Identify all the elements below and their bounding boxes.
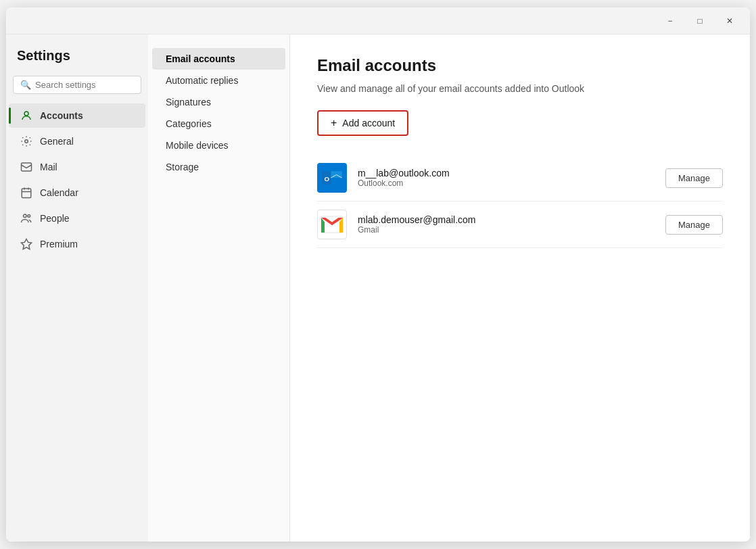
- settings-window: − □ ✕ Settings 🔍 Accounts: [6, 7, 750, 542]
- premium-icon: [20, 237, 33, 251]
- sidebar-item-calendar-label: Calendar: [40, 187, 78, 198]
- minimize-button[interactable]: −: [655, 10, 685, 32]
- svg-point-0: [24, 112, 28, 116]
- general-icon: [20, 135, 33, 148]
- svg-rect-2: [22, 163, 32, 171]
- account-email-gmail: mlab.demouser@gmail.com: [358, 214, 655, 225]
- account-type-gmail: Gmail: [358, 225, 655, 235]
- svg-text:O: O: [325, 175, 330, 183]
- account-type-outlook: Outlook.com: [358, 178, 655, 188]
- sidebar-item-people[interactable]: People: [9, 206, 145, 231]
- search-icon: 🔍: [20, 80, 31, 90]
- accounts-icon: [20, 109, 33, 122]
- search-input[interactable]: [35, 80, 134, 90]
- outlook-logo: O: [317, 163, 347, 193]
- sub-sidebar-item-signatures[interactable]: Signatures: [152, 91, 285, 113]
- account-info-gmail: mlab.demouser@gmail.com Gmail: [358, 214, 655, 235]
- gmail-logo: [317, 210, 347, 239]
- sidebar-item-mail[interactable]: Mail: [9, 155, 145, 179]
- account-item-outlook: O m__lab@outlook.com Outlook.com Manage: [317, 155, 723, 201]
- sub-sidebar-item-automatic-replies[interactable]: Automatic replies: [152, 70, 285, 91]
- people-icon: [20, 212, 33, 225]
- sidebar-item-accounts-label: Accounts: [40, 110, 83, 121]
- maximize-button[interactable]: □: [685, 10, 715, 32]
- search-box[interactable]: 🔍: [13, 76, 141, 94]
- manage-button-gmail[interactable]: Manage: [665, 215, 723, 235]
- sidebar-item-general-label: General: [40, 136, 74, 147]
- add-account-label: Add account: [342, 118, 395, 128]
- mail-icon: [20, 160, 33, 174]
- sub-sidebar-item-categories[interactable]: Categories: [152, 113, 285, 135]
- sub-sidebar-item-mobile-devices[interactable]: Mobile devices: [152, 135, 285, 156]
- manage-button-outlook[interactable]: Manage: [665, 168, 723, 188]
- sub-sidebar-item-storage[interactable]: Storage: [152, 156, 285, 178]
- sidebar-item-premium-label: Premium: [40, 239, 78, 249]
- calendar-icon: [20, 186, 33, 199]
- sidebar-item-mail-label: Mail: [40, 162, 57, 172]
- svg-point-4: [24, 214, 27, 218]
- page-title: Email accounts: [317, 56, 723, 75]
- sub-sidebar-item-email-accounts[interactable]: Email accounts: [152, 48, 285, 70]
- page-description: View and manage all of your email accoun…: [317, 83, 723, 94]
- account-item-gmail: mlab.demouser@gmail.com Gmail Manage: [317, 201, 723, 248]
- content-area: Settings 🔍 Accounts: [6, 34, 750, 542]
- close-button[interactable]: ✕: [715, 10, 745, 32]
- sidebar-item-people-label: People: [40, 213, 70, 224]
- account-email-outlook: m__lab@outlook.com: [358, 168, 655, 178]
- svg-rect-3: [22, 189, 31, 198]
- main-content: Email accounts View and manage all of yo…: [290, 34, 750, 542]
- account-info-outlook: m__lab@outlook.com Outlook.com: [358, 168, 655, 188]
- svg-point-5: [28, 214, 30, 217]
- svg-marker-6: [22, 239, 32, 249]
- sidebar-item-calendar[interactable]: Calendar: [9, 181, 145, 205]
- sidebar-title: Settings: [6, 48, 148, 74]
- titlebar: − □ ✕: [6, 7, 750, 34]
- sidebar: Settings 🔍 Accounts: [6, 34, 148, 542]
- sidebar-item-general[interactable]: General: [9, 129, 145, 153]
- plus-icon: +: [331, 117, 337, 129]
- add-account-button[interactable]: + Add account: [317, 110, 408, 136]
- svg-point-1: [25, 140, 28, 143]
- sidebar-item-accounts[interactable]: Accounts: [9, 103, 145, 128]
- sidebar-item-premium[interactable]: Premium: [9, 232, 145, 256]
- sub-sidebar: Email accounts Automatic replies Signatu…: [148, 34, 290, 542]
